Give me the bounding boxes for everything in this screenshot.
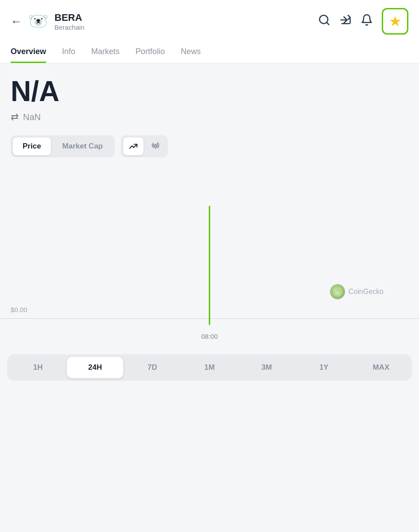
tab-markets[interactable]: Markets [91, 41, 120, 63]
candlestick-chart-button[interactable] [145, 137, 166, 155]
time-3m-button[interactable]: 3M [239, 357, 295, 378]
svg-point-15 [336, 290, 337, 291]
share-icon[interactable] [339, 14, 352, 29]
tab-portfolio[interactable]: Portfolio [136, 41, 165, 63]
time-1m-button[interactable]: 1M [181, 357, 237, 378]
coin-symbol: BERA [54, 12, 85, 23]
star-icon: ★ [389, 13, 402, 30]
main-content: N/A ⇄ NaN Price Market Cap [0, 63, 419, 344]
chart-svg [0, 202, 419, 344]
metric-selector: Price Market Cap [11, 135, 115, 157]
bell-icon[interactable] [361, 14, 373, 29]
tab-news[interactable]: News [181, 41, 201, 63]
coin-info: BERA Berachain [54, 12, 85, 31]
chart-time-label: 08:00 [201, 332, 218, 340]
back-button[interactable]: ← [11, 15, 22, 28]
coin-emoji: 🐻‍❄️ [28, 13, 48, 29]
price-change-value: NaN [23, 112, 41, 122]
tabs-bar: Overview Info Markets Portfolio News [0, 41, 419, 63]
chart-container: $0.00 CoinGecko 08:00 [0, 166, 419, 344]
header-right: ★ [318, 8, 408, 35]
price-change-row: ⇄ NaN [11, 111, 408, 123]
header: ← 🐻‍❄️ BERA Berachain [0, 0, 419, 41]
tab-info[interactable]: Info [62, 41, 75, 63]
svg-line-1 [326, 22, 329, 24]
time-1h-button[interactable]: 1H [10, 357, 66, 378]
time-24h-button[interactable]: 24H [67, 357, 123, 378]
line-chart-button[interactable] [123, 137, 144, 155]
coingecko-label: CoinGecko [349, 288, 384, 296]
exchange-icon: ⇄ [11, 111, 19, 123]
svg-point-16 [335, 292, 340, 295]
time-max-button[interactable]: MAX [353, 357, 409, 378]
favorite-button[interactable]: ★ [382, 8, 408, 35]
coingecko-logo [330, 284, 345, 299]
time-7d-button[interactable]: 7D [124, 357, 180, 378]
coin-name: Berachain [54, 23, 85, 31]
y-axis-label: $0.00 [11, 306, 27, 313]
marketcap-metric-button[interactable]: Market Cap [53, 137, 113, 155]
svg-rect-9 [157, 144, 159, 147]
chart-type-selector [121, 135, 168, 157]
tab-overview[interactable]: Overview [11, 41, 46, 63]
price-value: N/A [11, 76, 408, 107]
chart-controls: Price Market Cap [11, 135, 408, 157]
price-metric-button[interactable]: Price [13, 137, 51, 155]
search-icon[interactable] [318, 14, 330, 29]
time-range-selector: 1H 24H 7D 1M 3M 1Y MAX [7, 354, 412, 381]
coingecko-watermark: CoinGecko [330, 284, 384, 299]
header-left: ← 🐻‍❄️ BERA Berachain [11, 12, 85, 31]
time-1y-button[interactable]: 1Y [296, 357, 352, 378]
